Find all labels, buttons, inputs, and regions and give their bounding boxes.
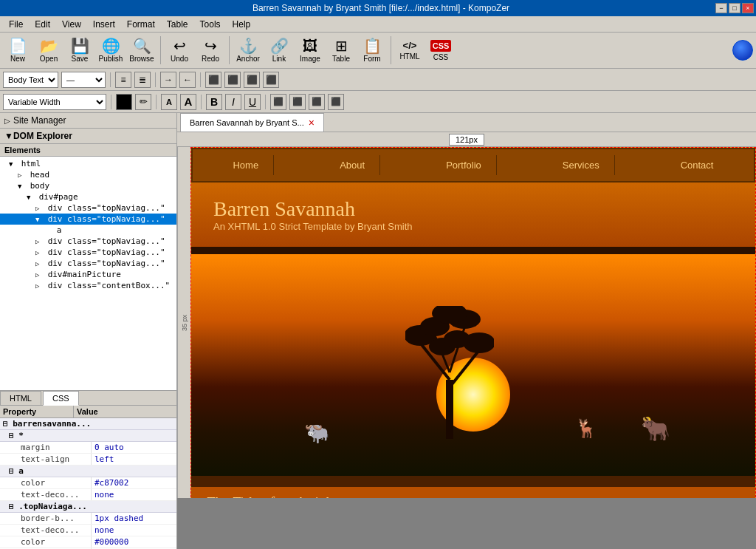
menu-format[interactable]: Format: [121, 18, 161, 31]
dom-div5[interactable]: ▷ div class="topNaviag...": [0, 258, 176, 269]
prop-section-barrensavanna[interactable]: ⊟ barrensavanna...: [0, 418, 176, 430]
save-button[interactable]: 💾 Save: [65, 34, 94, 67]
dom-explorer: ▼ DOM Explorer Elements ▼ html ▷ head ▼: [0, 129, 176, 390]
nav-services[interactable]: Services: [548, 155, 615, 175]
undo-label: Undo: [171, 55, 188, 63]
new-button[interactable]: 📄 New: [3, 34, 32, 67]
barrensavanna-toggle: ⊟: [3, 419, 13, 429]
dom-a[interactable]: a: [0, 225, 176, 236]
image-button[interactable]: 🖼 Image: [295, 34, 325, 67]
undo-button[interactable]: ↩ Undo: [165, 34, 194, 67]
style-sep-4: [265, 95, 266, 109]
div5-toggle: ▷: [35, 260, 43, 267]
hero-section: Barren Savannah An XHTML 1.0 Strict Temp…: [191, 183, 755, 247]
window-controls[interactable]: − □ ×: [715, 3, 754, 13]
indent-out-button[interactable]: ←: [179, 72, 196, 88]
text-align-right-button[interactable]: ⬛: [309, 94, 325, 110]
close-button[interactable]: ×: [742, 3, 754, 13]
editor-ruler: 121px: [177, 132, 756, 147]
div5-text: div class="topNaviag...": [48, 259, 165, 268]
underline-button[interactable]: U: [244, 94, 261, 110]
editor-content-area[interactable]: Home About Portfolio Services Contact Ba…: [190, 147, 756, 498]
editor-tab-main[interactable]: Barren Savannah by Bryant S... ×: [180, 113, 324, 132]
redo-button[interactable]: ↪ Redo: [196, 34, 225, 67]
star-text: *: [18, 431, 24, 440]
site-manager-header[interactable]: ▷ Site Manager: [0, 113, 176, 129]
dom-div4[interactable]: ▷ div class="topNaviag...": [0, 247, 176, 258]
publish-button[interactable]: 🌐 Publish: [96, 34, 126, 67]
css-button[interactable]: CSS CSS: [426, 34, 456, 67]
form-button[interactable]: 📋 Form: [357, 34, 387, 67]
menu-tools[interactable]: Tools: [194, 18, 227, 31]
browse-button[interactable]: 🔍 Browse: [127, 34, 157, 67]
align-left-button[interactable]: ⬛: [205, 72, 221, 88]
prop-section-a[interactable]: ⊟ a: [0, 466, 176, 477]
italic-button[interactable]: I: [225, 94, 241, 110]
text-align-justify-button[interactable]: ⬛: [328, 94, 344, 110]
format-sep-1: [110, 72, 111, 87]
anchor-button[interactable]: ⚓ Anchor: [233, 34, 263, 67]
text-align-left-button[interactable]: ⬛: [270, 94, 286, 110]
link-button[interactable]: 🔗 Link: [264, 34, 294, 67]
menu-help[interactable]: Help: [227, 18, 257, 31]
div2-toggle: ▼: [35, 216, 43, 223]
menu-edit[interactable]: Edit: [29, 18, 56, 31]
list-ul-button[interactable]: ≡: [115, 72, 131, 88]
prop-section-star[interactable]: ⊟ *: [0, 430, 176, 442]
form-icon: 📋: [363, 38, 382, 53]
dom-head[interactable]: ▷ head: [0, 169, 176, 180]
dom-div1[interactable]: ▷ div class="topNaviag...": [0, 202, 176, 214]
editor-scroll[interactable]: 35 px Home About Portfolio Services Cont…: [177, 147, 756, 549]
dom-explorer-header[interactable]: ▼ DOM Explorer: [0, 129, 176, 144]
save-label: Save: [72, 55, 89, 63]
color-swatch[interactable]: [116, 94, 132, 110]
maximize-button[interactable]: □: [729, 3, 740, 13]
dom-html[interactable]: ▼ html: [0, 158, 176, 169]
prop-color: color #c87002: [0, 477, 176, 489]
nav-about[interactable]: About: [325, 155, 380, 175]
nav-home[interactable]: Home: [218, 155, 274, 175]
indent-in-button[interactable]: →: [160, 72, 176, 88]
open-button[interactable]: 📂 Open: [34, 34, 63, 67]
dom-divpage[interactable]: ▼ div#page: [0, 191, 176, 202]
site-manager-arrow: ▷: [4, 117, 10, 125]
text-decrease-button[interactable]: A: [161, 94, 177, 110]
text-increase-button[interactable]: A: [180, 94, 196, 110]
editor-tab-close[interactable]: ×: [309, 117, 315, 129]
table-button[interactable]: ⊞ Table: [326, 34, 356, 67]
dom-div3[interactable]: ▷ div class="topNaviag...": [0, 236, 176, 247]
dom-divmain[interactable]: ▷ div#mainPicture: [0, 269, 176, 280]
prop-section-topnaviaga[interactable]: ⊟ .topNaviaga...: [0, 501, 176, 513]
align-right-button[interactable]: ⬛: [244, 72, 260, 88]
paragraph-style-select[interactable]: Body Text: [3, 72, 58, 88]
menu-view[interactable]: View: [56, 18, 87, 31]
html-button[interactable]: </> HTML: [395, 34, 425, 67]
site-manager-label: Site Manager: [13, 115, 66, 126]
bold-button[interactable]: B: [206, 94, 222, 110]
prop-text-deco-value: none: [92, 489, 117, 500]
browser-icon: [732, 40, 753, 61]
font-select[interactable]: —: [61, 72, 106, 88]
list-ol-button[interactable]: ≣: [134, 72, 151, 88]
publish-label: Publish: [99, 55, 123, 63]
nav-contact[interactable]: Contact: [666, 155, 729, 175]
props-col-value: Value: [74, 406, 101, 417]
body-text: body: [30, 181, 50, 191]
align-justify-button[interactable]: ⬛: [263, 72, 279, 88]
tab-html[interactable]: HTML: [0, 391, 41, 405]
menu-insert[interactable]: Insert: [87, 18, 121, 31]
menu-table[interactable]: Table: [161, 18, 194, 31]
minimize-button[interactable]: −: [715, 3, 727, 13]
dom-body[interactable]: ▼ body: [0, 180, 176, 191]
text-align-center-button[interactable]: ⬛: [289, 94, 306, 110]
align-center-button[interactable]: ⬛: [224, 72, 241, 88]
pencil-button[interactable]: ✏: [135, 94, 151, 110]
head-toggle: ▷: [18, 171, 25, 179]
width-select[interactable]: Variable Width: [3, 94, 106, 110]
tab-css[interactable]: CSS: [43, 391, 79, 406]
nav-portfolio[interactable]: Portfolio: [431, 155, 497, 175]
divcontent-text: div class="contentBox...": [48, 281, 171, 290]
dom-divcontent[interactable]: ▷ div class="contentBox...": [0, 280, 176, 291]
menu-file[interactable]: File: [3, 18, 29, 31]
dom-div2[interactable]: ▼ div class="topNaviag...": [0, 214, 176, 225]
